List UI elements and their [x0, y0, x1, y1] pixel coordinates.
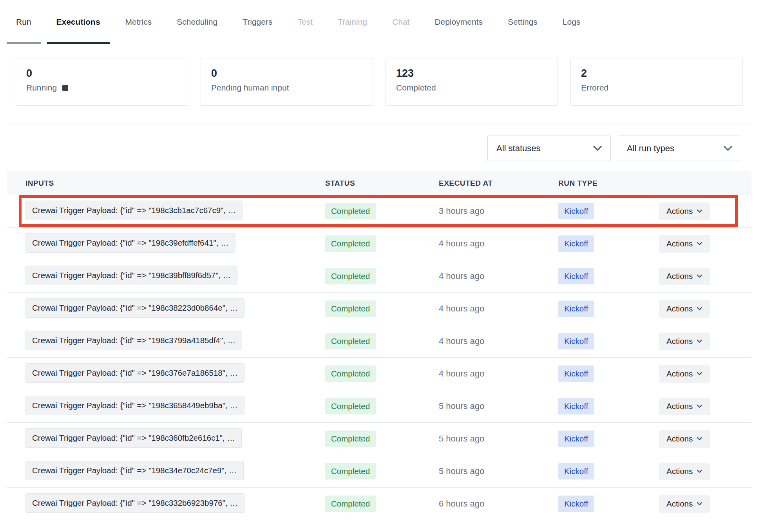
tab-logs[interactable]: Logs [553, 0, 590, 44]
execution-input-chip[interactable]: Crewai Trigger Payload: {"id" => "198c37… [25, 363, 244, 383]
execution-input-chip[interactable]: Crewai Trigger Payload: {"id" => "198c36… [25, 428, 242, 448]
nav-tab-label: Deployments [435, 17, 483, 27]
actions-button[interactable]: Actions [659, 495, 710, 513]
table-header-row: INPUTS STATUS EXECUTED AT RUN TYPE [7, 171, 751, 195]
tab-deployments[interactable]: Deployments [425, 0, 492, 44]
nav-tab-label: Triggers [243, 17, 272, 27]
tab-scheduling[interactable]: Scheduling [167, 0, 227, 44]
stat-card: 2 Errored [570, 58, 743, 106]
run-type-filter-select[interactable]: All run types [618, 136, 741, 161]
actions-button[interactable]: Actions [659, 268, 710, 285]
stat-card: 123 Completed [386, 58, 558, 106]
executed-at-text: 4 hours ago [439, 239, 558, 249]
run-type-badge: Kickoff [558, 203, 594, 219]
actions-button[interactable]: Actions [659, 203, 710, 220]
actions-button[interactable]: Actions [659, 300, 710, 318]
stop-square-icon [62, 85, 68, 91]
actions-button-label: Actions [666, 337, 693, 346]
status-badge: Completed [325, 333, 376, 349]
actions-button[interactable]: Actions [659, 333, 710, 350]
execution-input-chip[interactable]: Crewai Trigger Payload: {"id" => "198c39… [25, 266, 237, 285]
stat-label: Running [26, 83, 57, 92]
nav-tab-label: Metrics [125, 17, 152, 27]
tab-metrics[interactable]: Metrics [116, 0, 161, 44]
actions-button-label: Actions [666, 369, 693, 378]
status-badge: Completed [325, 300, 376, 317]
chevron-down-icon [697, 502, 702, 506]
run-type-badge: Kickoff [558, 463, 594, 480]
actions-button-label: Actions [666, 402, 693, 411]
stats-row: 0 Running 0 Pending human input 123 Comp… [16, 58, 743, 106]
actions-button-label: Actions [666, 206, 693, 216]
table-row: Crewai Trigger Payload: {"id" => "198c36… [7, 423, 751, 455]
top-nav: Run Executions Metrics Scheduling Trigge… [7, 0, 751, 44]
run-type-badge: Kickoff [558, 398, 594, 414]
execution-input-chip[interactable]: Crewai Trigger Payload: {"id" => "198c3c… [25, 201, 243, 220]
actions-button[interactable]: Actions [659, 430, 710, 448]
actions-button-label: Actions [666, 239, 693, 248]
execution-input-chip[interactable]: Crewai Trigger Payload: {"id" => "198c33… [25, 493, 244, 513]
executed-at-text: 5 hours ago [439, 401, 558, 411]
execution-input-chip[interactable]: Crewai Trigger Payload: {"id" => "198c37… [25, 331, 242, 350]
execution-input-chip[interactable]: Crewai Trigger Payload: {"id" => "198c36… [25, 396, 244, 415]
chevron-down-icon [724, 146, 732, 151]
execution-input-chip[interactable]: Crewai Trigger Payload: {"id" => "198c38… [25, 298, 244, 318]
chevron-down-icon [697, 404, 702, 408]
chevron-down-icon [697, 274, 702, 278]
column-header-executed-at: EXECUTED AT [439, 179, 558, 188]
tab-settings[interactable]: Settings [498, 0, 547, 44]
table-row: Crewai Trigger Payload: {"id" => "198c3c… [7, 195, 751, 228]
status-badge: Completed [325, 268, 376, 284]
actions-button-label: Actions [666, 434, 693, 443]
actions-button[interactable]: Actions [659, 365, 710, 383]
table-row: Crewai Trigger Payload: {"id" => "198c37… [7, 358, 751, 390]
actions-button-label: Actions [666, 467, 693, 476]
execution-input-chip[interactable]: Crewai Trigger Payload: {"id" => "198c39… [25, 233, 235, 253]
nav-tab-label: Settings [508, 17, 538, 27]
chevron-down-icon [697, 307, 702, 311]
stat-value: 2 [581, 67, 732, 80]
status-badge: Completed [325, 496, 376, 512]
status-badge: Completed [325, 398, 376, 414]
stat-label: Pending human input [211, 83, 289, 92]
run-type-filter-value: All run types [627, 143, 724, 154]
tab-test[interactable]: Test [288, 0, 322, 44]
tab-executions[interactable]: Executions [47, 0, 110, 44]
column-header-run-type: RUN TYPE [558, 179, 650, 188]
execution-input-chip[interactable]: Crewai Trigger Payload: {"id" => "198c34… [25, 461, 244, 480]
column-header-inputs: INPUTS [25, 179, 325, 188]
chevron-down-icon [593, 146, 602, 151]
stat-card: 0 Pending human input [201, 58, 373, 106]
column-header-status: STATUS [325, 179, 439, 188]
tab-run[interactable]: Run [7, 0, 41, 44]
status-filter-value: All statuses [496, 143, 593, 154]
table-row: Crewai Trigger Payload: {"id" => "198c37… [7, 325, 751, 358]
table-body: Crewai Trigger Payload: {"id" => "198c3c… [7, 195, 751, 520]
chevron-down-icon [697, 469, 702, 473]
chevron-down-icon [697, 339, 702, 343]
section-divider [7, 125, 751, 125]
nav-tab-label: Training [338, 17, 367, 27]
nav-tab-label: Scheduling [177, 17, 217, 27]
executions-table: INPUTS STATUS EXECUTED AT RUN TYPE Crewa… [7, 171, 751, 520]
actions-button-label: Actions [666, 304, 693, 313]
tab-training[interactable]: Training [328, 0, 377, 44]
stat-label: Completed [396, 83, 436, 92]
nav-tab-label: Executions [56, 17, 100, 27]
executed-at-text: 4 hours ago [439, 336, 558, 346]
status-badge: Completed [325, 235, 376, 252]
tab-triggers[interactable]: Triggers [233, 0, 282, 44]
status-filter-select[interactable]: All statuses [487, 136, 611, 161]
run-type-badge: Kickoff [558, 235, 594, 252]
stat-value: 123 [396, 67, 547, 80]
table-row: Crewai Trigger Payload: {"id" => "198c33… [7, 488, 751, 520]
table-row: Crewai Trigger Payload: {"id" => "198c36… [7, 390, 751, 423]
actions-button[interactable]: Actions [659, 398, 710, 415]
tab-chat[interactable]: Chat [383, 0, 419, 44]
filters-row: All statuses All run types [0, 136, 741, 161]
nav-tab-label: Test [297, 17, 313, 27]
actions-button[interactable]: Actions [659, 235, 710, 253]
run-type-badge: Kickoff [558, 333, 594, 349]
actions-button[interactable]: Actions [659, 463, 710, 480]
executed-at-text: 4 hours ago [439, 369, 558, 379]
